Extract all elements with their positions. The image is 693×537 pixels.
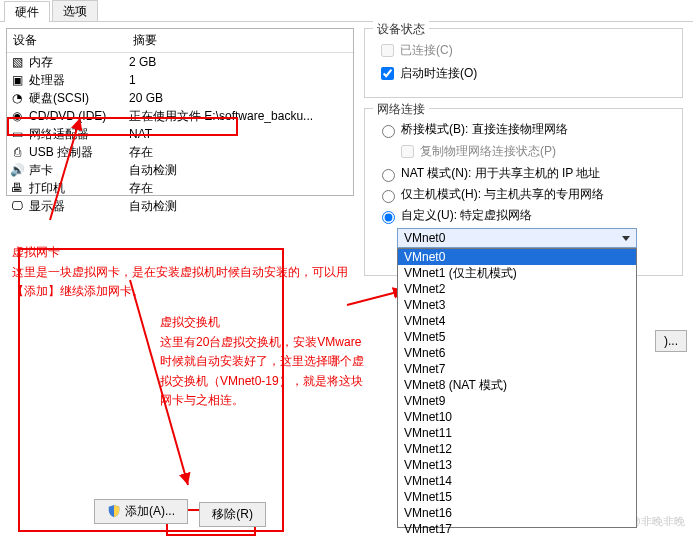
dropdown-option[interactable]: VMnet3	[398, 297, 636, 313]
label-connect-power: 启动时连接(O)	[400, 65, 477, 82]
device-name: 网络适配器	[29, 126, 129, 143]
table-row[interactable]: ◉CD/DVD (IDE)正在使用文件 E:\software_backu...	[7, 107, 353, 125]
tab-bar: 硬件 选项	[0, 0, 693, 22]
table-row[interactable]: ▭网络适配器NAT	[7, 125, 353, 143]
device-name: 内存	[29, 54, 129, 71]
annotation-switch: 虚拟交换机 这里有20台虚拟交换机，安装VMware时候就自动安装好了，这里选择…	[160, 312, 370, 410]
device-summary: 1	[129, 73, 351, 87]
table-row[interactable]: 🔊声卡自动检测	[7, 161, 353, 179]
vmnet-dropdown[interactable]: VMnet0 VMnet0VMnet1 (仅主机模式)VMnet2VMnet3V…	[397, 228, 670, 248]
device-icon: 🔊	[9, 162, 25, 178]
device-icon: ▣	[9, 72, 25, 88]
table-row[interactable]: 🖶打印机存在	[7, 179, 353, 197]
radio-custom[interactable]	[382, 211, 395, 224]
add-button[interactable]: 添加(A)...	[94, 499, 188, 524]
dropdown-option[interactable]: VMnet11	[398, 425, 636, 441]
device-icon: 🖶	[9, 180, 25, 196]
device-summary: 20 GB	[129, 91, 351, 105]
device-icon: ▧	[9, 54, 25, 70]
device-icon: 🖵	[9, 198, 25, 214]
table-row[interactable]: ◔硬盘(SCSI)20 GB	[7, 89, 353, 107]
dropdown-option[interactable]: VMnet9	[398, 393, 636, 409]
checkbox-replicate	[401, 145, 414, 158]
dropdown-option[interactable]: VMnet2	[398, 281, 636, 297]
table-row[interactable]: ⎙USB 控制器存在	[7, 143, 353, 161]
dropdown-option[interactable]: VMnet1 (仅主机模式)	[398, 265, 636, 281]
label-nat: NAT 模式(N): 用于共享主机的 IP 地址	[401, 165, 600, 182]
device-summary: NAT	[129, 127, 351, 141]
remove-button[interactable]: 移除(R)	[199, 502, 266, 527]
right-panel: 设备状态 已连接(C) 启动时连接(O) 网络连接 桥接模式(B): 直接连接物…	[360, 22, 693, 537]
device-icon: ⎙	[9, 144, 25, 160]
dropdown-option[interactable]: VMnet0	[398, 249, 636, 265]
device-icon: ▭	[9, 126, 25, 142]
table-row[interactable]: ▣处理器1	[7, 71, 353, 89]
device-name: 声卡	[29, 162, 129, 179]
annotation-nic: 虚拟网卡 这里是一块虚拟网卡，是在安装虚拟机时候自动安装的，可以用【添加】继续添…	[12, 242, 352, 301]
vmnet-dropdown-list[interactable]: VMnet0VMnet1 (仅主机模式)VMnet2VMnet3VMnet4VM…	[397, 248, 637, 528]
label-bridged: 桥接模式(B): 直接连接物理网络	[401, 121, 568, 138]
col-header-summary: 摘要	[127, 29, 353, 52]
dropdown-option[interactable]: VMnet14	[398, 473, 636, 489]
group-network-connection: 网络连接 桥接模式(B): 直接连接物理网络 复制物理网络连接状态(P) NAT…	[364, 108, 683, 276]
dropdown-option[interactable]: VMnet17	[398, 521, 636, 537]
device-name: USB 控制器	[29, 144, 129, 161]
device-summary: 自动检测	[129, 162, 351, 179]
device-summary: 存在	[129, 180, 351, 197]
device-icon: ◉	[9, 108, 25, 124]
dropdown-option[interactable]: VMnet13	[398, 457, 636, 473]
add-button-label: 添加(A)...	[125, 503, 175, 520]
tab-options[interactable]: 选项	[52, 0, 98, 21]
radio-hostonly[interactable]	[382, 190, 395, 203]
legend-device-status: 设备状态	[373, 21, 429, 38]
radio-nat[interactable]	[382, 169, 395, 182]
device-summary: 2 GB	[129, 55, 351, 69]
left-panel: 设备 摘要 ▧内存2 GB▣处理器1◔硬盘(SCSI)20 GB◉CD/DVD …	[0, 22, 360, 537]
label-hostonly: 仅主机模式(H): 与主机共享的专用网络	[401, 186, 604, 203]
vmnet-selected[interactable]: VMnet0	[397, 228, 637, 248]
table-row[interactable]: 🖵显示器自动检测	[7, 197, 353, 215]
advanced-button[interactable]: )...	[655, 330, 687, 352]
device-summary: 自动检测	[129, 198, 351, 215]
device-name: 硬盘(SCSI)	[29, 90, 129, 107]
device-table: 设备 摘要 ▧内存2 GB▣处理器1◔硬盘(SCSI)20 GB◉CD/DVD …	[6, 28, 354, 196]
dropdown-option[interactable]: VMnet5	[398, 329, 636, 345]
dropdown-option[interactable]: VMnet6	[398, 345, 636, 361]
legend-network: 网络连接	[373, 101, 429, 118]
table-row[interactable]: ▧内存2 GB	[7, 53, 353, 71]
group-device-status: 设备状态 已连接(C) 启动时连接(O)	[364, 28, 683, 98]
col-header-device: 设备	[7, 29, 127, 52]
label-connected: 已连接(C)	[400, 42, 453, 59]
dropdown-option[interactable]: VMnet8 (NAT 模式)	[398, 377, 636, 393]
label-replicate: 复制物理网络连接状态(P)	[420, 143, 556, 160]
device-name: 显示器	[29, 198, 129, 215]
dropdown-option[interactable]: VMnet12	[398, 441, 636, 457]
device-icon: ◔	[9, 90, 25, 106]
tab-hardware[interactable]: 硬件	[4, 1, 50, 22]
dropdown-option[interactable]: VMnet7	[398, 361, 636, 377]
bottom-buttons: 添加(A)... 移除(R)	[0, 499, 360, 528]
radio-bridged[interactable]	[382, 125, 395, 138]
device-summary: 存在	[129, 144, 351, 161]
dropdown-option[interactable]: VMnet4	[398, 313, 636, 329]
shield-icon	[107, 504, 121, 518]
device-summary: 正在使用文件 E:\software_backu...	[129, 108, 351, 125]
checkbox-connect-power[interactable]	[381, 67, 394, 80]
device-name: 处理器	[29, 72, 129, 89]
dropdown-option[interactable]: VMnet10	[398, 409, 636, 425]
dropdown-option[interactable]: VMnet15	[398, 489, 636, 505]
device-name: CD/DVD (IDE)	[29, 109, 129, 123]
dropdown-option[interactable]: VMnet16	[398, 505, 636, 521]
label-custom: 自定义(U): 特定虚拟网络	[401, 207, 532, 224]
device-name: 打印机	[29, 180, 129, 197]
checkbox-connected	[381, 44, 394, 57]
